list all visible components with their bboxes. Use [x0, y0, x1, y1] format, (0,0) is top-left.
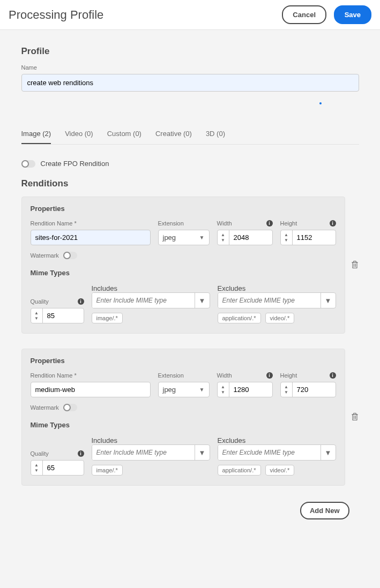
cancel-button[interactable]: Cancel — [282, 5, 326, 24]
width-stepper[interactable]: ▲▼ — [217, 382, 273, 397]
name-label: Name — [21, 64, 359, 71]
properties-heading: Properties — [31, 357, 336, 365]
extension-label: Extension — [158, 220, 184, 227]
excludes-label: Excludes — [218, 436, 246, 444]
includes-combo[interactable]: ▼ — [92, 444, 210, 461]
fpo-toggle[interactable] — [21, 160, 35, 168]
excludes-label: Excludes — [218, 284, 246, 292]
indicator-dot — [319, 102, 322, 104]
width-label: Width — [217, 220, 232, 227]
watermark-label: Watermark — [31, 404, 59, 411]
tabs: Image (2) Video (0) Custom (0) Creative … — [21, 124, 359, 145]
width-input[interactable] — [229, 230, 262, 245]
chevron-down-icon[interactable]: ▼ — [321, 445, 336, 460]
chevron-down-icon[interactable]: ▼ — [195, 293, 210, 308]
height-input[interactable] — [293, 382, 325, 397]
quality-label: Quality — [31, 450, 49, 457]
fpo-label: Create FPO Rendition — [41, 160, 109, 168]
includes-input[interactable] — [92, 293, 195, 308]
add-new-button[interactable]: Add New — [300, 502, 349, 519]
extension-select[interactable]: jpeg ▼ — [158, 382, 210, 397]
includes-label: Includes — [92, 284, 117, 292]
stepper-arrows[interactable]: ▲▼ — [31, 461, 43, 475]
height-label: Height — [280, 372, 297, 379]
rendition-card: Properties Rendition Name * Extension jp… — [21, 349, 345, 486]
tab-creative[interactable]: Creative (0) — [155, 124, 192, 144]
renditions-heading: Renditions — [21, 178, 359, 189]
info-icon[interactable]: i — [78, 450, 84, 457]
header-actions: Cancel Save — [277, 5, 371, 24]
width-stepper[interactable]: ▲▼ — [217, 230, 273, 245]
profile-heading: Profile — [21, 46, 359, 57]
tab-image[interactable]: Image (2) — [21, 124, 51, 144]
extension-label: Extension — [158, 372, 184, 379]
watermark-toggle[interactable] — [63, 252, 77, 259]
includes-input[interactable] — [92, 445, 195, 460]
tab-custom[interactable]: Custom (0) — [107, 124, 141, 144]
profile-name-input[interactable] — [21, 74, 359, 92]
quality-input[interactable] — [43, 461, 75, 475]
includes-label: Includes — [92, 436, 117, 444]
mime-types-heading: Mime Types — [31, 269, 336, 277]
chevron-down-icon: ▼ — [199, 387, 205, 393]
stepper-arrows[interactable]: ▲▼ — [31, 308, 43, 323]
chevron-down-icon[interactable]: ▼ — [195, 445, 210, 460]
header-bar: Processing Profile Cancel Save — [0, 0, 380, 30]
extension-value: jpeg — [163, 233, 176, 242]
save-button[interactable]: Save — [334, 5, 371, 24]
extension-select[interactable]: jpeg ▼ — [158, 230, 210, 245]
include-chip[interactable]: image/.* — [92, 465, 123, 476]
height-stepper[interactable]: ▲▼ — [280, 230, 336, 245]
height-stepper[interactable]: ▲▼ — [280, 382, 336, 397]
stepper-arrows[interactable]: ▲▼ — [218, 382, 229, 397]
info-icon[interactable]: i — [266, 220, 273, 227]
rendition-card: Properties Rendition Name * Extension jp… — [21, 197, 345, 334]
exclude-chip[interactable]: video/.* — [265, 465, 295, 476]
stepper-arrows[interactable]: ▲▼ — [281, 382, 293, 397]
info-icon[interactable]: i — [266, 372, 273, 379]
height-input[interactable] — [293, 230, 325, 245]
watermark-label: Watermark — [31, 252, 59, 259]
page-title: Processing Profile — [9, 8, 103, 22]
info-icon[interactable]: i — [78, 298, 84, 305]
quality-stepper[interactable]: ▲▼ — [31, 308, 84, 323]
exclude-chip[interactable]: video/.* — [265, 313, 295, 323]
rendition-name-label: Rendition Name * — [31, 372, 77, 379]
rendition-name-label: Rendition Name * — [31, 220, 77, 227]
rendition-row: Properties Rendition Name * Extension jp… — [21, 349, 359, 486]
chevron-down-icon[interactable]: ▼ — [321, 293, 336, 308]
include-chip[interactable]: image/.* — [92, 313, 123, 323]
info-icon[interactable]: i — [330, 372, 336, 379]
chevron-down-icon: ▼ — [199, 235, 205, 240]
quality-input[interactable] — [43, 308, 75, 323]
tab-3d[interactable]: 3D (0) — [206, 124, 225, 144]
rendition-row: Properties Rendition Name * Extension jp… — [21, 197, 359, 334]
quality-stepper[interactable]: ▲▼ — [31, 460, 84, 476]
info-icon[interactable]: i — [330, 220, 336, 227]
exclude-chip[interactable]: application/.* — [218, 313, 261, 323]
extension-value: jpeg — [163, 386, 176, 394]
watermark-toggle[interactable] — [63, 404, 77, 411]
excludes-input[interactable] — [218, 445, 321, 460]
quality-label: Quality — [31, 298, 49, 305]
delete-rendition-button[interactable] — [351, 260, 359, 271]
stepper-arrows[interactable]: ▲▼ — [281, 230, 293, 245]
includes-combo[interactable]: ▼ — [92, 292, 210, 308]
excludes-input[interactable] — [218, 293, 321, 308]
stepper-arrows[interactable]: ▲▼ — [218, 230, 229, 245]
excludes-combo[interactable]: ▼ — [218, 444, 336, 461]
excludes-combo[interactable]: ▼ — [218, 292, 336, 308]
height-label: Height — [280, 220, 297, 227]
rendition-name-input[interactable] — [31, 230, 151, 245]
width-input[interactable] — [229, 382, 262, 397]
mime-types-heading: Mime Types — [31, 421, 336, 429]
tab-video[interactable]: Video (0) — [65, 124, 93, 144]
width-label: Width — [217, 372, 232, 379]
rendition-name-input[interactable] — [31, 382, 151, 397]
exclude-chip[interactable]: application/.* — [218, 465, 261, 476]
delete-rendition-button[interactable] — [351, 412, 359, 423]
properties-heading: Properties — [31, 205, 336, 213]
